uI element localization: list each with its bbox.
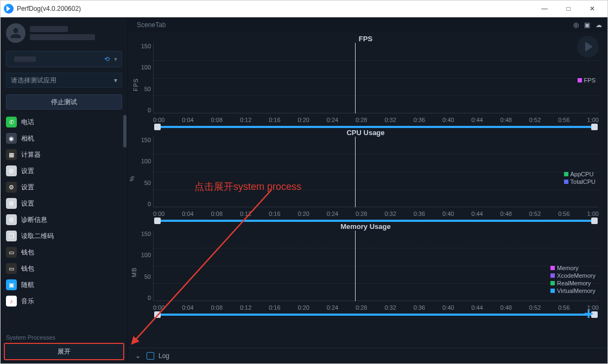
x-tick: 0:40 [442,117,454,123]
maximize-button[interactable]: □ [556,1,580,16]
x-tick: 0:52 [529,304,541,311]
app-icon: ◉ [6,133,17,144]
list-item-label: 音乐 [21,297,34,306]
close-button[interactable]: ✕ [580,1,604,16]
y-tick: 100 [135,252,151,258]
scene-tab[interactable]: SceneTab [134,21,169,29]
list-item[interactable]: ⚙设置 [6,195,128,212]
list-item-label: 电话 [21,118,34,127]
avatar[interactable] [6,23,26,43]
app-icon: ♪ [6,296,17,306]
slider-handle-left[interactable] [154,311,161,318]
x-tick: 0:36 [414,210,425,217]
expand-button[interactable]: 展开 [4,343,124,360]
app-icon: ▭ [6,247,17,258]
list-item-label: 钱包 [21,264,34,273]
list-item[interactable]: ✆电话 [6,114,128,130]
list-item-label: 设置 [21,167,34,176]
x-tick: 0:32 [384,304,396,311]
list-item[interactable]: ❐读取二维码 [6,228,128,244]
x-tick: 0:40 [442,304,454,311]
minimize-button[interactable]: ― [533,1,556,16]
y-tick: 50 [135,86,151,92]
bottom-bar: ⌄ Log [128,348,607,363]
chevron-down-icon: ▾ [114,76,117,84]
y-tick: 100 [135,64,151,71]
chart-title: CPU Usage [131,129,600,137]
x-tick: 0:20 [297,210,309,217]
sidebar-scrollbar[interactable] [123,113,126,363]
titlebar: PerfDog(v4.0.200602) ― □ ✕ [1,1,607,17]
log-checkbox[interactable] [147,352,154,360]
chart-legend: MemoryXcodeMemoryRealMemoryVirtualMemory [550,264,596,295]
legend-label: AppCPU [571,170,594,178]
x-tick: 0:12 [240,117,251,123]
stop-test-label: 停止测试 [51,98,77,107]
x-tick: 0:04 [182,210,193,217]
time-cursor[interactable] [355,137,356,207]
list-item[interactable]: ⚙设置 [6,163,128,179]
x-tick: 0:12 [240,210,251,217]
x-tick: 0:48 [501,210,512,217]
system-processes-label: System Processes [6,331,122,343]
legend-swatch [564,180,568,184]
y-tick: 100 [135,158,151,164]
x-tick: 0:52 [529,117,541,123]
list-item-label: 计算器 [21,150,41,159]
window-title: PerfDog(v4.0.200602) [17,5,81,12]
y-tick: 150 [135,137,151,143]
location-icon[interactable]: ◎ [573,21,579,29]
time-cursor[interactable] [355,231,356,301]
attach-icon[interactable]: ⟲ [104,55,110,63]
x-tick: 0:24 [327,117,338,123]
list-item[interactable]: ▦计算器 [6,146,128,163]
scrollbar-thumb[interactable] [123,115,126,148]
list-item[interactable]: ♪音乐 [6,293,128,309]
y-tick: 0 [135,201,151,207]
list-item[interactable]: ▭钱包 [6,244,128,260]
chart-legend: AppCPUTotalCPU [564,170,596,186]
x-tick: 0:08 [211,117,223,123]
folder-icon[interactable]: ▣ [584,21,590,29]
legend-label: FPS [584,76,596,84]
x-tick: 0:16 [269,304,280,311]
x-tick: 0:00 [153,117,164,123]
app-select[interactable]: 请选择测试应用 ▾ [6,73,122,88]
device-select[interactable]: ⟲ ▾ [6,51,122,67]
time-cursor[interactable] [355,43,356,113]
legend-label: XcodeMemory [557,272,596,279]
x-tick: 0:28 [356,304,367,311]
time-range-slider[interactable] [153,312,599,317]
app-logo-icon [4,4,14,14]
list-item[interactable]: ▣随航 [6,277,128,293]
x-tick: 1:00 [587,117,598,123]
list-item[interactable]: ▭钱包 [6,260,128,277]
stop-test-button[interactable]: 停止测试 [6,94,122,110]
legend-label: VirtualMemory [557,287,596,295]
list-item[interactable]: ◉相机 [6,130,128,146]
legend-swatch [550,289,555,293]
chart-cpu-usage: CPU Usage%1501005000:000:040:080:120:160… [131,129,600,220]
app-list: ✆电话◉相机▦计算器⚙设置⚙设置⚙设置⚙诊断信息❐读取二维码▭钱包▭钱包▣随航♪… [6,114,128,309]
legend-label: RealMemory [557,279,591,287]
list-item[interactable]: ⚙诊断信息 [6,212,128,228]
cloud-icon[interactable]: ☁ [596,21,602,29]
chevron-down-icon: ▾ [114,55,117,63]
add-chart-button[interactable]: + [584,304,593,323]
legend-swatch [550,273,555,278]
chevron-down-icon[interactable]: ⌄ [134,352,142,360]
x-tick: 0:08 [211,210,223,217]
chart-legend: FPS [578,76,596,84]
x-tick: 1:00 [587,210,598,217]
x-tick: 0:20 [297,117,309,123]
tab-bar: SceneTab ◎ ▣ ☁ [128,17,607,33]
x-tick: 0:56 [558,304,569,311]
list-item[interactable]: ⚙设置 [6,179,128,195]
legend-label: Memory [557,264,579,272]
app-icon: ▦ [6,149,17,160]
x-tick: 0:04 [182,304,193,311]
legend-swatch [550,266,555,270]
chart-title: Memory Usage [131,222,600,231]
x-tick: 0:48 [501,304,512,311]
app-icon: ⚙ [6,165,17,176]
